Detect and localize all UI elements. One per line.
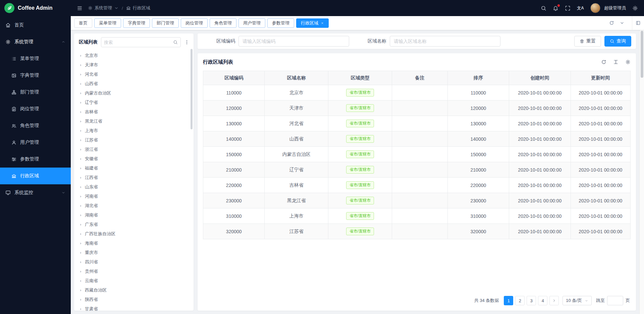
tabs-menu-chevron-icon[interactable]: [620, 20, 625, 25]
tab-5[interactable]: 角色管理: [210, 18, 236, 28]
table-row[interactable]: 120000天津市省市/直辖市1200002020-10-01 00:00:00…: [203, 101, 631, 116]
jump-page-input[interactable]: [607, 296, 623, 305]
tab-4[interactable]: 岗位管理: [181, 18, 208, 28]
tab-3[interactable]: 部门管理: [152, 18, 179, 28]
tree-search-icon[interactable]: [173, 40, 178, 45]
tree-node[interactable]: 山西省: [79, 79, 190, 88]
tree-node[interactable]: 海南省: [79, 239, 190, 248]
table-row[interactable]: 150000内蒙古自治区省市/直辖市1500002020-10-01 00:00…: [203, 147, 631, 162]
caret-right-icon: [79, 176, 83, 180]
avatar[interactable]: [590, 3, 600, 13]
tree-scrollbar-thumb[interactable]: [191, 49, 193, 129]
table-row[interactable]: 210000辽宁省省市/直辖市2100002020-10-01 00:00:00…: [203, 162, 631, 178]
sidebar-item-role-management[interactable]: 角色管理: [0, 117, 71, 134]
fullscreen-icon[interactable]: [565, 5, 571, 11]
tab-6[interactable]: 用户管理: [238, 18, 265, 28]
notification-bell-icon[interactable]: [553, 5, 558, 11]
page-button-2[interactable]: 2: [515, 296, 525, 305]
page-scrollbar-thumb[interactable]: [641, 31, 643, 78]
caret-right-icon: [79, 213, 83, 217]
tree-node[interactable]: 广东省: [79, 220, 190, 229]
tree-node[interactable]: 内蒙古自治区: [79, 88, 190, 98]
settings-gear-icon[interactable]: [632, 5, 638, 11]
user-name[interactable]: 超级管理员: [604, 5, 626, 11]
tree-node[interactable]: 江苏省: [79, 135, 190, 145]
page-button-1[interactable]: 1: [504, 296, 513, 305]
tree-node[interactable]: 贵州省: [79, 267, 190, 276]
tab-8[interactable]: 行政区域: [296, 18, 329, 28]
tree-node[interactable]: 江西省: [79, 173, 190, 182]
tree-node[interactable]: 吉林省: [79, 107, 190, 117]
table-density-icon[interactable]: [613, 59, 619, 65]
table-refresh-icon[interactable]: [601, 59, 606, 65]
region-name-input[interactable]: [390, 36, 500, 47]
top-header: 系统管理/行政区域 文A 超级管理员: [71, 0, 644, 16]
tree-node[interactable]: 山东省: [79, 182, 190, 192]
sidebar-item-system-monitor[interactable]: 系统监控: [0, 184, 71, 201]
breadcrumb-item[interactable]: 系统管理: [88, 5, 119, 11]
sidebar-item-user-management[interactable]: 用户管理: [0, 134, 71, 151]
query-button[interactable]: 查询: [604, 36, 631, 47]
tree-node[interactable]: 甘肃省: [79, 304, 190, 311]
cell-created-at: 2020-10-01 00:00:00: [509, 147, 571, 162]
sidebar-item-admin-region[interactable]: 行政区域: [0, 168, 71, 184]
table-row[interactable]: 310000上海市省市/直辖市3100002020-10-01 00:00:00…: [203, 208, 631, 224]
tab-2[interactable]: 字典管理: [123, 18, 150, 28]
tree-node[interactable]: 重庆市: [79, 248, 190, 257]
translate-icon[interactable]: 文A: [577, 6, 584, 10]
table-row[interactable]: 130000河北省省市/直辖市1300002020-10-01 00:00:00…: [203, 116, 631, 131]
refresh-tabs-icon[interactable]: [609, 20, 614, 25]
tab-label: 字典管理: [128, 20, 145, 26]
sidebar-item-home[interactable]: 首页: [0, 17, 71, 34]
sidebar-item-post-management[interactable]: 岗位管理: [0, 101, 71, 117]
tree-node[interactable]: 安徽省: [79, 154, 190, 164]
table-row[interactable]: 230000黑龙江省省市/直辖市2300002020-10-01 00:00:0…: [203, 193, 631, 208]
next-page-button[interactable]: [549, 296, 559, 305]
breadcrumb-item[interactable]: 行政区域: [126, 5, 150, 11]
tree-node[interactable]: 浙江省: [79, 145, 190, 154]
table-row[interactable]: 110000北京市省市/直辖市1100002020-10-01 00:00:00…: [203, 85, 631, 101]
region-code-input[interactable]: [238, 36, 349, 47]
sidebar-item-dept-management[interactable]: 部门管理: [0, 84, 71, 101]
tree-node[interactable]: 北京市: [79, 51, 190, 60]
tree-node[interactable]: 四川省: [79, 257, 190, 267]
sidebar-item-menu-management[interactable]: 菜单管理: [0, 50, 71, 67]
search-icon[interactable]: [541, 5, 546, 11]
tree-node[interactable]: 河南省: [79, 192, 190, 201]
table-row[interactable]: 140000山西省省市/直辖市1400002020-10-01 00:00:00…: [203, 131, 631, 147]
tree-node[interactable]: 福建省: [79, 164, 190, 173]
page-button-4[interactable]: 4: [538, 296, 547, 305]
cell-created-at: 2020-10-01 00:00:00: [509, 101, 571, 116]
tree-node[interactable]: 云南省: [79, 276, 190, 286]
page-button-3[interactable]: 3: [527, 296, 536, 305]
layout-toggle[interactable]: [632, 16, 644, 30]
page-size-select[interactable]: 10 条/页: [562, 296, 592, 305]
tree-node[interactable]: 广西壮族自治区: [79, 229, 190, 239]
tab-0[interactable]: 首页: [74, 18, 92, 28]
tab-1[interactable]: 菜单管理: [94, 18, 121, 28]
region-table-card: 行政区域列表 区域编码区域名称区域类型备注排序创建时间更新时间 110000北京…: [198, 53, 636, 311]
sidebar-collapse-icon[interactable]: [77, 5, 83, 11]
tree-node[interactable]: 陕西省: [79, 295, 190, 304]
tree-node[interactable]: 辽宁省: [79, 98, 190, 107]
tree-node[interactable]: 湖北省: [79, 201, 190, 210]
tab-7[interactable]: 参数管理: [267, 18, 294, 28]
tree-node[interactable]: 西藏自治区: [79, 286, 190, 295]
tree-more-icon[interactable]: [184, 40, 190, 45]
tree-node[interactable]: 上海市: [79, 126, 190, 135]
tab-label: 参数管理: [272, 20, 289, 26]
tree-search-input[interactable]: [104, 40, 171, 45]
tree-node[interactable]: 黑龙江省: [79, 117, 190, 126]
layout-icon: [636, 20, 641, 25]
table-row[interactable]: 220000吉林省省市/直辖市2200002020-10-01 00:00:00…: [203, 178, 631, 193]
tree-node[interactable]: 天津市: [79, 60, 190, 70]
table-settings-icon[interactable]: [625, 59, 631, 65]
close-icon[interactable]: [321, 21, 324, 25]
sidebar-item-param-management[interactable]: 参数管理: [0, 151, 71, 168]
sidebar-item-dict-management[interactable]: 字典管理: [0, 67, 71, 84]
sidebar-item-system-management[interactable]: 系统管理: [0, 34, 71, 50]
table-row[interactable]: 320000江苏省省市/直辖市3200002020-10-01 00:00:00…: [203, 224, 631, 239]
tree-node[interactable]: 湖南省: [79, 210, 190, 220]
tree-node[interactable]: 河北省: [79, 70, 190, 79]
reset-button[interactable]: 重置: [574, 36, 601, 47]
